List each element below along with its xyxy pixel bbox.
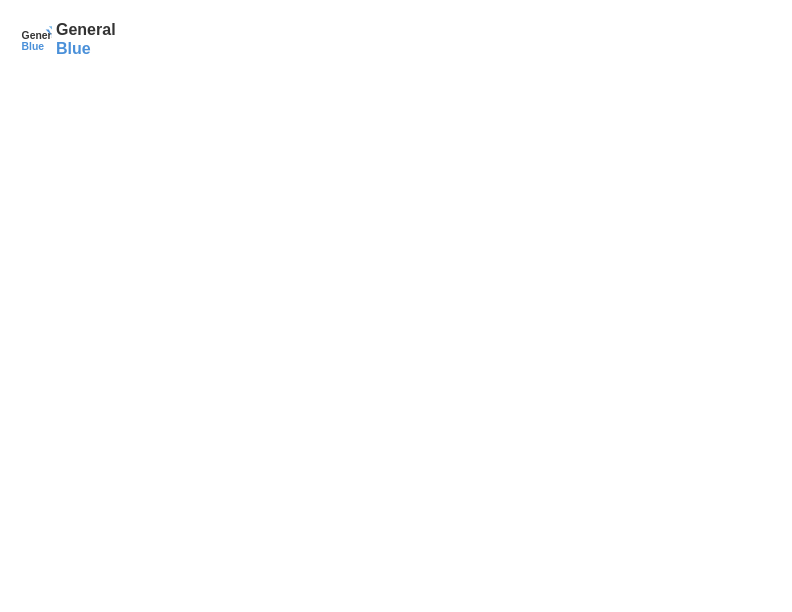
logo-icon: General Blue xyxy=(20,23,52,55)
logo-text-general: General xyxy=(56,20,116,39)
logo: General Blue General Blue xyxy=(20,20,116,58)
svg-text:Blue: Blue xyxy=(22,41,45,52)
page-header: General Blue General Blue xyxy=(20,20,772,58)
logo-text-blue: Blue xyxy=(56,39,116,58)
svg-text:General: General xyxy=(22,30,52,41)
